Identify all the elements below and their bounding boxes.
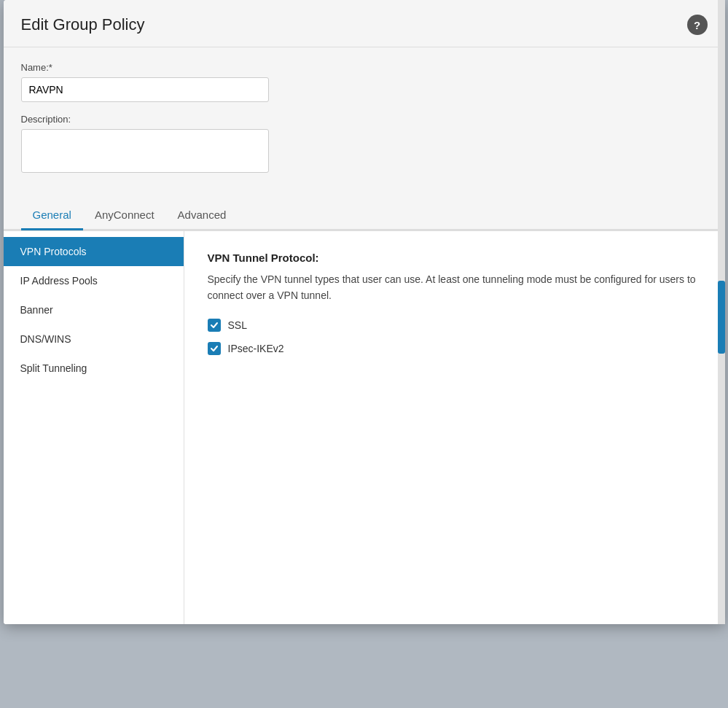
scrollbar-thumb[interactable] (718, 281, 725, 354)
name-group: Name:* (21, 62, 708, 102)
sidebar-item-dns-wins[interactable]: DNS/WINS (4, 324, 184, 354)
name-input[interactable] (21, 77, 269, 102)
sidebar-item-split-tunneling[interactable]: Split Tunneling (4, 354, 184, 383)
ssl-checkbox-row: SSL (208, 319, 702, 332)
content-area: VPN Protocols IP Address Pools Banner DN… (4, 230, 725, 624)
sidebar-item-ip-address-pools[interactable]: IP Address Pools (4, 266, 184, 295)
ipsec-label: IPsec-IKEv2 (228, 343, 284, 354)
tab-general[interactable]: General (21, 201, 83, 230)
tabs-bar: General AnyConnect Advanced (4, 201, 725, 230)
help-icon[interactable]: ? (687, 15, 708, 35)
description-group: Description: (21, 114, 708, 175)
ssl-label: SSL (228, 319, 247, 331)
vpn-protocols-title: VPN Tunnel Protocol: (208, 252, 702, 264)
ssl-checkbox[interactable] (208, 319, 221, 332)
scrollbar-track[interactable] (718, 0, 725, 624)
sidebar-item-vpn-protocols[interactable]: VPN Protocols (4, 237, 184, 266)
main-content: VPN Tunnel Protocol: Specify the VPN tun… (184, 231, 725, 624)
tab-anyconnect[interactable]: AnyConnect (83, 201, 166, 230)
modal-title: Edit Group Policy (21, 15, 145, 34)
ipsec-checkbox[interactable] (208, 342, 221, 355)
sidebar: VPN Protocols IP Address Pools Banner DN… (4, 231, 184, 624)
description-input[interactable] (21, 129, 269, 173)
modal-header: Edit Group Policy ? (4, 0, 725, 47)
modal-container: Edit Group Policy ? Name:* Description: … (4, 0, 725, 624)
description-label: Description: (21, 114, 708, 125)
name-label: Name:* (21, 62, 708, 73)
vpn-protocols-desc: Specify the VPN tunnel types that user c… (208, 271, 702, 304)
tab-advanced[interactable]: Advanced (166, 201, 238, 230)
sidebar-item-banner[interactable]: Banner (4, 295, 184, 324)
ipsec-checkbox-row: IPsec-IKEv2 (208, 342, 702, 355)
form-section: Name:* Description: (4, 47, 725, 201)
